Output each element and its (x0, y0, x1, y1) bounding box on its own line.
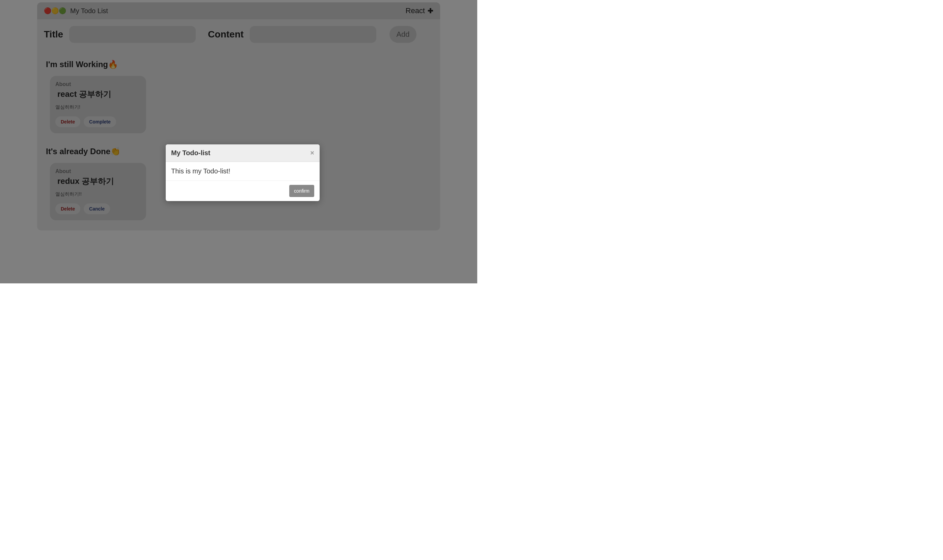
close-icon[interactable]: × (310, 149, 314, 157)
confirm-button[interactable]: confirm (289, 185, 314, 197)
modal-body: This is my Todo-list! (166, 162, 320, 181)
modal-overlay[interactable] (0, 0, 477, 283)
modal-title: My Todo-list (171, 149, 210, 157)
alert-modal: My Todo-list × This is my Todo-list! con… (166, 145, 320, 201)
modal-footer: confirm (166, 181, 320, 201)
modal-header: My Todo-list × (166, 145, 320, 162)
